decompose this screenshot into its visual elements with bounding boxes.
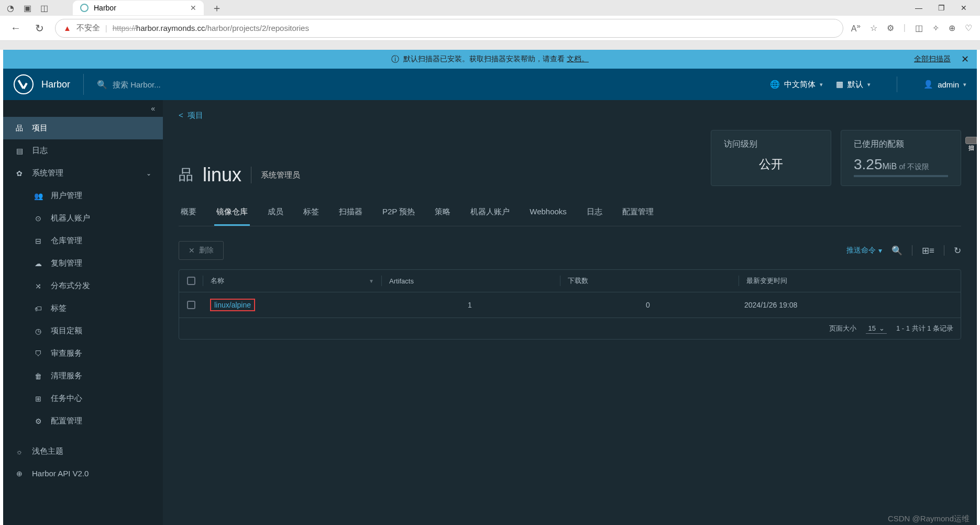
chevron-down-icon: ⌄ xyxy=(146,170,151,177)
address-bar[interactable]: ▲ 不安全 | https://harbor.raymonds.cc/harbo… xyxy=(55,19,843,38)
browser-tab[interactable]: Harbor ✕ xyxy=(73,1,204,15)
stat-card-quota: 已使用的配额 3.25MiB of 不设限 xyxy=(841,130,961,186)
sidebar-item-gc[interactable]: 🗑清理服务 xyxy=(3,365,163,387)
tab-repositories[interactable]: 镜像仓库 xyxy=(214,202,250,226)
sidebar-item-replication[interactable]: ☁复制管理 xyxy=(3,252,163,275)
split-screen-icon[interactable]: ◫ xyxy=(915,23,923,33)
sidebar-item-config[interactable]: ⚙配置管理 xyxy=(3,410,163,432)
tab-scanner[interactable]: 扫描器 xyxy=(337,202,365,226)
tab-webhooks[interactable]: Webhooks xyxy=(527,202,569,226)
sidebar-collapse-icon[interactable]: « xyxy=(3,100,163,117)
tab-robots[interactable]: 机器人账户 xyxy=(468,202,512,226)
tab-config[interactable]: 配置管理 xyxy=(620,202,656,226)
main-content: < 项目 品 linux 系统管理员 访问级别 公开 已使用的配额 3.25Mi… xyxy=(163,100,977,525)
workspaces-icon[interactable]: ▣ xyxy=(22,3,32,13)
performance-icon[interactable]: ♡ xyxy=(965,23,972,33)
stat-quota-label: 已使用的配额 xyxy=(854,139,948,150)
new-tab-button[interactable]: ＋ xyxy=(206,1,227,15)
chevron-down-icon: ▾ xyxy=(820,81,823,88)
tab-policy[interactable]: 策略 xyxy=(433,202,453,226)
read-aloud-icon[interactable]: A» xyxy=(851,22,861,34)
tab-title: Harbor xyxy=(94,4,116,12)
tab-labels[interactable]: 标签 xyxy=(301,202,321,226)
column-header-name[interactable]: 名称▼ xyxy=(203,270,381,292)
window-minimize-icon[interactable]: — xyxy=(915,4,922,12)
page-size-selector[interactable]: 15⌄ xyxy=(866,323,886,334)
delete-button[interactable]: ✕删除 xyxy=(179,241,224,260)
sidebar-item-interrogation[interactable]: ⛉审查服务 xyxy=(3,342,163,365)
back-button-icon[interactable]: ← xyxy=(8,22,24,34)
download-icon[interactable]: ⊕ xyxy=(949,23,955,33)
user-menu[interactable]: 👤 admin ▾ xyxy=(923,80,966,89)
refresh-button-icon[interactable]: ↻ xyxy=(31,22,47,35)
theme-selector[interactable]: ▦ 默认 ▾ xyxy=(836,80,871,90)
extensions-icon[interactable]: ⚙ xyxy=(887,23,894,33)
select-all-checkbox[interactable] xyxy=(187,277,195,285)
sidebar-item-theme[interactable]: ☼浅色主题 xyxy=(3,440,163,463)
sidebar-item-labels[interactable]: 🏷标签 xyxy=(3,297,163,320)
close-icon: ✕ xyxy=(189,246,195,255)
sun-icon: ☼ xyxy=(15,447,24,456)
project-role: 系统管理员 xyxy=(261,170,300,180)
info-banner: ⓘ 默认扫描器已安装。获取扫描器安装帮助，请查看 文档。 全部扫描器 ✕ xyxy=(3,50,977,69)
users-icon: 👥 xyxy=(34,192,43,200)
search-icon[interactable]: 🔍 xyxy=(891,245,902,256)
window-close-icon[interactable]: ✕ xyxy=(961,4,967,12)
tabs-overview-icon[interactable]: ◫ xyxy=(39,3,49,13)
profile-icon[interactable]: ◔ xyxy=(5,3,16,13)
favorite-icon[interactable]: ☆ xyxy=(870,23,877,33)
cell-time: 2024/1/26 19:08 xyxy=(737,294,961,315)
sidebar-item-distribution[interactable]: ⤨分布式分发 xyxy=(3,275,163,297)
sidebar-item-users[interactable]: 👥用户管理 xyxy=(3,184,163,207)
repositories-table: 名称▼ Artifacts 下载数 最新变更时间 linux/alpine 1 … xyxy=(179,269,961,340)
search-input[interactable] xyxy=(113,80,270,89)
repository-link[interactable]: linux/alpine xyxy=(210,299,255,311)
banner-close-icon[interactable]: ✕ xyxy=(961,53,969,65)
refresh-icon[interactable]: ↻ xyxy=(954,245,961,256)
tab-p2p[interactable]: P2P 预热 xyxy=(380,202,417,226)
page-size-label: 页面大小 xyxy=(829,324,856,333)
search-icon: 🔍 xyxy=(97,80,107,90)
filter-icon[interactable]: ▼ xyxy=(369,278,374,284)
info-icon: ⓘ xyxy=(391,54,399,64)
project-name: linux xyxy=(203,164,241,186)
sidebar-item-logs[interactable]: ▤日志 xyxy=(3,139,163,162)
tab-close-icon[interactable]: ✕ xyxy=(190,4,196,12)
table-row: linux/alpine 1 0 2024/1/26 19:08 xyxy=(179,292,961,318)
insecure-icon: ▲ xyxy=(63,24,71,32)
book-icon: ▤ xyxy=(15,147,24,155)
column-header-pulls[interactable]: 下载数 xyxy=(560,270,739,292)
push-command-dropdown[interactable]: 推送命令▾ xyxy=(846,246,882,255)
stat-access-value: 公开 xyxy=(724,156,818,172)
sidebar-item-registries[interactable]: ⊟仓库管理 xyxy=(3,229,163,252)
watermark: CSDN @Raymond运维 xyxy=(888,514,970,524)
sidebar-item-robots[interactable]: ⊙机器人账户 xyxy=(3,207,163,229)
collections-icon[interactable]: ✧ xyxy=(932,23,939,33)
side-widget[interactable]: 扫描 xyxy=(965,137,977,144)
tasks-icon: ⊞ xyxy=(34,395,43,403)
browser-chrome: ◔ ▣ ◫ Harbor ✕ ＋ — ❐ ✕ ← ↻ ▲ 不安全 | https… xyxy=(0,0,980,50)
sidebar-item-api[interactable]: ⊕Harbor API V2.0 xyxy=(3,463,163,484)
sidebar-item-projects[interactable]: 品项目 xyxy=(3,117,163,139)
doc-link[interactable]: 文档。 xyxy=(567,54,589,63)
window-maximize-icon[interactable]: ❐ xyxy=(938,4,945,12)
row-checkbox[interactable] xyxy=(187,301,195,309)
tab-summary[interactable]: 概要 xyxy=(179,202,199,226)
chevron-down-icon: ▾ xyxy=(963,81,966,88)
language-selector[interactable]: 🌐 中文简体 ▾ xyxy=(770,80,823,90)
card-view-icon[interactable]: ⊞≡ xyxy=(922,245,934,256)
column-header-time[interactable]: 最新变更时间 xyxy=(739,270,961,292)
all-scanners-link[interactable]: 全部扫描器 xyxy=(914,54,951,64)
tab-logs[interactable]: 日志 xyxy=(585,202,604,226)
trash-icon: 🗑 xyxy=(34,372,43,380)
harbor-logo-icon xyxy=(14,74,34,94)
sidebar-item-jobs[interactable]: ⊞任务中心 xyxy=(3,387,163,410)
stat-quota-value: 3.25MiB of 不设限 xyxy=(854,156,948,173)
api-icon: ⊕ xyxy=(15,469,24,478)
calendar-icon: ▦ xyxy=(836,80,843,89)
sidebar-item-quota[interactable]: ◷项目定额 xyxy=(3,320,163,342)
column-header-artifacts[interactable]: Artifacts xyxy=(382,271,560,291)
tab-members[interactable]: 成员 xyxy=(266,202,285,226)
sidebar-item-admin[interactable]: ✿系统管理⌄ xyxy=(3,162,163,184)
breadcrumb-back[interactable]: < 项目 xyxy=(179,111,203,121)
